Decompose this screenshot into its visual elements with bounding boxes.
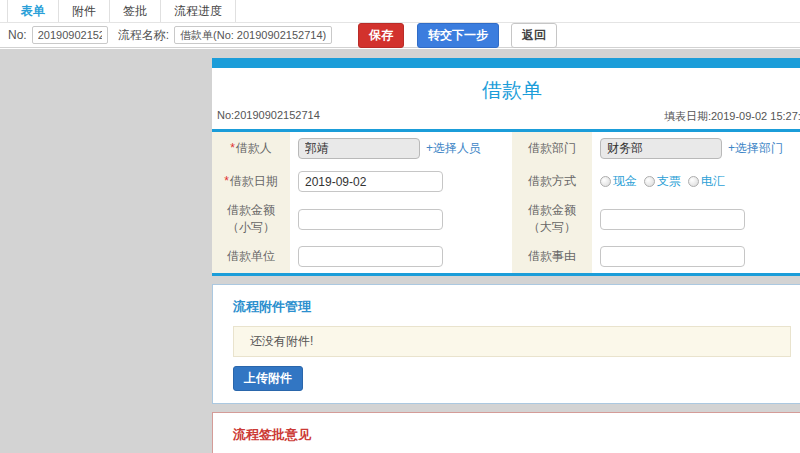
check-radio-label: 支票 xyxy=(657,173,681,190)
required-mark: * xyxy=(224,174,229,188)
form-table: *借款人 +选择人员 借款部门 +选择部门 *借款日期 xyxy=(212,132,800,273)
form-top-accent-bar xyxy=(212,58,800,68)
form-title: 借款单 xyxy=(212,68,800,109)
tab-approval[interactable]: 签批 xyxy=(110,0,161,22)
loan-method-field-cell: 现金 支票 电汇 xyxy=(592,165,800,198)
approval-card: 流程签批意见 B I abc ✎ xyxy=(212,412,800,453)
select-person-link[interactable]: +选择人员 xyxy=(426,140,481,157)
loan-unit-input[interactable] xyxy=(298,246,443,267)
loan-form-card: 借款单 No:20190902152714 填表日期:2019-09-02 15… xyxy=(212,58,800,276)
tab-attachments[interactable]: 附件 xyxy=(59,0,110,22)
check-radio[interactable]: 支票 xyxy=(644,173,681,190)
wire-transfer-radio[interactable]: 电汇 xyxy=(688,173,725,190)
page-background: 借款单 No:20190902152714 填表日期:2019-09-02 15… xyxy=(0,49,800,453)
no-input[interactable] xyxy=(32,26,108,44)
radio-circle-icon xyxy=(600,176,611,187)
attachments-card: 流程附件管理 还没有附件! 上传附件 xyxy=(212,284,800,404)
loan-reason-field-cell xyxy=(592,240,800,273)
amount-lower-field-cell xyxy=(290,198,512,240)
loan-date-label-cell: *借款日期 xyxy=(212,165,290,198)
loan-reason-input[interactable] xyxy=(600,246,745,267)
department-input[interactable] xyxy=(600,138,722,159)
process-name-label: 流程名称: xyxy=(118,27,169,44)
amount-upper-label-cell: 借款金额（大写） xyxy=(512,198,592,240)
department-label-cell: 借款部门 xyxy=(512,132,592,165)
process-name-input[interactable] xyxy=(174,26,332,44)
tab-process-progress[interactable]: 流程进度 xyxy=(161,0,236,22)
amount-lower-input[interactable] xyxy=(298,209,443,230)
tab-form[interactable]: 表单 xyxy=(7,0,59,22)
wire-transfer-radio-label: 电汇 xyxy=(701,173,725,190)
save-button[interactable]: 保存 xyxy=(358,23,404,48)
loan-unit-field-cell xyxy=(290,240,512,273)
next-step-button[interactable]: 转交下一步 xyxy=(417,23,499,48)
cash-radio[interactable]: 现金 xyxy=(600,173,637,190)
upload-attachment-button[interactable]: 上传附件 xyxy=(233,366,303,391)
form-date-text: 填表日期:2019-09-02 15:27:1 xyxy=(664,109,800,124)
attachments-heading: 流程附件管理 xyxy=(233,298,791,316)
loan-method-label-cell: 借款方式 xyxy=(512,165,592,198)
radio-circle-icon xyxy=(644,176,655,187)
loan-unit-label-cell: 借款单位 xyxy=(212,240,290,273)
approval-heading: 流程签批意见 xyxy=(233,426,791,444)
loan-date-input[interactable] xyxy=(298,171,443,192)
form-no-text: No:20190902152714 xyxy=(217,109,320,124)
select-department-link[interactable]: +选择部门 xyxy=(728,140,783,157)
back-button[interactable]: 返回 xyxy=(511,23,557,48)
amount-lower-label-cell: 借款金额（小写） xyxy=(212,198,290,240)
borrower-field-cell: +选择人员 xyxy=(290,132,512,165)
form-divider-bottom xyxy=(212,273,800,276)
amount-upper-field-cell xyxy=(592,198,800,240)
no-attachments-notice: 还没有附件! xyxy=(233,326,791,357)
content-panel: 借款单 No:20190902152714 填表日期:2019-09-02 15… xyxy=(212,58,800,453)
loan-method-radio-group: 现金 支票 电汇 xyxy=(600,173,725,190)
loan-reason-label-cell: 借款事由 xyxy=(512,240,592,273)
form-meta-row: No:20190902152714 填表日期:2019-09-02 15:27:… xyxy=(212,109,800,129)
loan-date-field-cell xyxy=(290,165,512,198)
tab-bar: 表单 附件 签批 流程进度 xyxy=(0,0,800,23)
department-field-cell: +选择部门 xyxy=(592,132,800,165)
borrower-label-cell: *借款人 xyxy=(212,132,290,165)
no-label: No: xyxy=(8,28,27,42)
amount-upper-input[interactable] xyxy=(600,209,745,230)
command-bar: No: 流程名称: 保存 转交下一步 返回 xyxy=(0,23,800,48)
radio-circle-icon xyxy=(688,176,699,187)
borrower-input[interactable] xyxy=(298,138,420,159)
cash-radio-label: 现金 xyxy=(613,173,637,190)
required-mark: * xyxy=(230,141,235,155)
